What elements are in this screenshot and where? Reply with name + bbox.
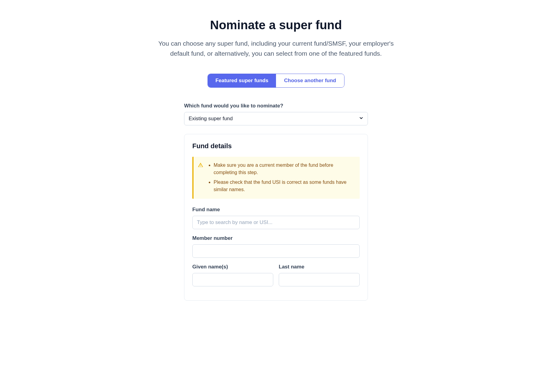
tab-choose-another-fund[interactable]: Choose another fund [276,74,344,87]
given-names-label: Given name(s) [192,264,273,270]
nominate-label: Which fund would you like to nominate? [184,103,368,109]
warning-item: Please check that the fund USI is correc… [214,179,354,193]
tab-group: Featured super funds Choose another fund [208,74,344,88]
page-title: Nominate a super fund [148,18,404,32]
fund-name-input[interactable] [192,216,360,229]
tab-featured-super-funds[interactable]: Featured super funds [208,74,276,87]
warning-icon [198,162,203,193]
fund-details-card: Fund details Make sure you are a current… [184,134,368,301]
fund-name-label: Fund name [192,207,360,213]
last-name-input[interactable] [279,273,360,286]
member-number-input[interactable] [192,244,360,258]
nominate-fund-select[interactable]: Existing super fund [184,112,368,125]
last-name-label: Last name [279,264,360,270]
warning-list: Make sure you are a current member of th… [208,162,354,193]
member-number-label: Member number [192,235,360,241]
given-names-input[interactable] [192,273,273,286]
warning-alert: Make sure you are a current member of th… [192,157,360,199]
page-subtitle: You can choose any super fund, including… [148,39,404,58]
fund-details-title: Fund details [192,142,360,150]
warning-item: Make sure you are a current member of th… [214,162,354,176]
